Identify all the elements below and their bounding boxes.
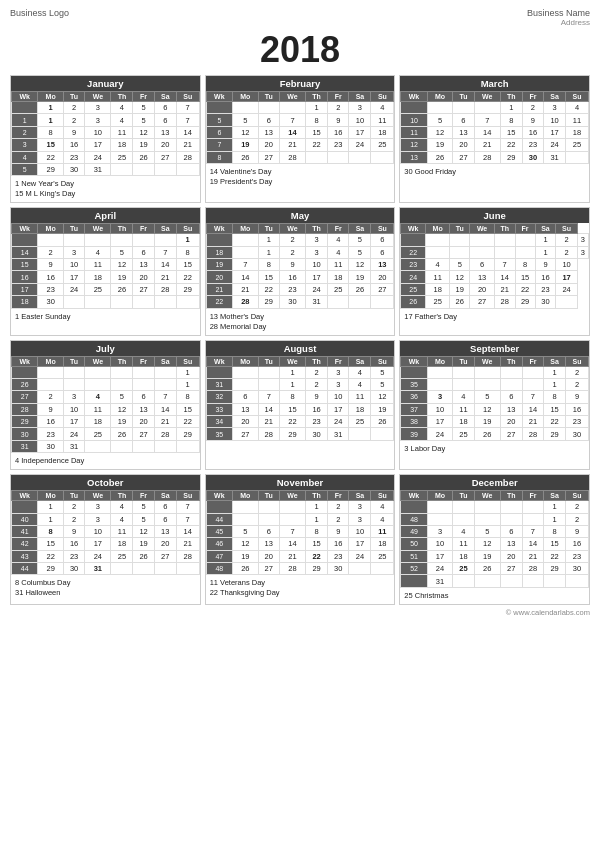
day-cell: 2 (306, 366, 328, 378)
day-cell: 27 (453, 151, 474, 163)
day-cell: 19 (371, 403, 394, 415)
day-cell: 29 (38, 563, 64, 575)
day-cell (111, 234, 133, 246)
day-cell (133, 378, 154, 390)
day-cell: 3 (544, 102, 566, 114)
day-cell: 31 (85, 563, 111, 575)
day-cell: 22 (306, 550, 328, 562)
day-cell: 21 (258, 416, 279, 428)
day-cell: 11 (111, 525, 133, 537)
month-block-march: MarchWkMoTuWeThFrSaSu1234105678910111112… (399, 75, 590, 203)
day-cell: 12 (111, 403, 133, 415)
col-header-we: We (85, 491, 111, 501)
day-cell: 15 (279, 403, 305, 415)
day-cell: 6 (371, 246, 394, 258)
day-cell: 4 (349, 366, 371, 378)
day-cell: 4 (426, 259, 450, 271)
col-header-th: Th (111, 356, 133, 366)
col-header-su: Su (176, 92, 199, 102)
day-cell: 19 (427, 139, 453, 151)
day-cell: 10 (306, 259, 328, 271)
month-title: December (400, 475, 589, 490)
day-cell (111, 296, 133, 308)
day-cell: 26 (474, 563, 500, 575)
day-cell: 2 (522, 102, 543, 114)
day-cell: 25 (349, 416, 371, 428)
day-cell: 5 (371, 366, 394, 378)
cal-row: 3112345 (206, 378, 394, 390)
day-cell: 1 (544, 501, 566, 513)
day-cell: 18 (111, 139, 133, 151)
day-cell: 11 (566, 114, 589, 126)
cal-row: 1830 (12, 296, 200, 308)
day-cell: 19 (133, 139, 154, 151)
day-cell: 14 (474, 126, 500, 138)
holiday-item: 4 Independence Day (15, 456, 196, 465)
col-header-sa: Sa (535, 224, 556, 234)
col-header-we: We (474, 92, 500, 102)
cal-row: 10567891011 (401, 114, 589, 126)
cal-row: 401234567 (12, 513, 200, 525)
day-cell: 12 (450, 271, 470, 283)
col-header-su: Su (566, 92, 589, 102)
day-cell (426, 234, 450, 246)
day-cell: 27 (500, 563, 522, 575)
week-num (12, 102, 38, 114)
day-cell (453, 378, 474, 390)
day-cell: 5 (233, 114, 259, 126)
holiday-item: 14 Valentine's Day (210, 167, 391, 176)
day-cell: 9 (38, 403, 64, 415)
col-header-su: Su (176, 491, 199, 501)
day-cell: 6 (371, 234, 394, 246)
day-cell: 31 (85, 163, 111, 175)
day-cell: 4 (111, 513, 133, 525)
col-header-mo: Mo (38, 356, 64, 366)
day-cell (63, 234, 84, 246)
day-cell: 22 (279, 416, 305, 428)
day-cell: 6 (453, 114, 474, 126)
day-cell: 20 (371, 271, 394, 283)
day-cell (176, 296, 199, 308)
col-header-mo: Mo (233, 491, 259, 501)
day-cell (474, 501, 500, 513)
col-header-we: We (279, 491, 305, 501)
day-cell (427, 513, 453, 525)
day-cell (427, 102, 453, 114)
col-header-tu: Tu (63, 224, 84, 234)
day-cell: 11 (453, 403, 474, 415)
day-cell: 22 (38, 550, 64, 562)
col-header-we: We (279, 356, 305, 366)
col-header-tu: Tu (258, 491, 279, 501)
day-cell: 3 (328, 366, 349, 378)
day-cell: 15 (258, 271, 279, 283)
day-cell (474, 513, 500, 525)
day-cell: 2 (328, 501, 349, 513)
week-num: 36 (401, 391, 427, 403)
col-header-wk: Wk (12, 491, 38, 501)
day-cell: 12 (474, 403, 500, 415)
week-num: 34 (206, 416, 232, 428)
month-table: WkMoTuWeThFrSaSu123444123445567891011461… (206, 490, 395, 575)
day-cell: 14 (233, 271, 259, 283)
cal-row: 5224252627282930 (401, 563, 589, 575)
day-cell: 18 (85, 271, 111, 283)
week-num: 39 (401, 428, 427, 440)
day-cell (233, 501, 259, 513)
holidays-section: 13 Mother's Day28 Memorial Day (206, 309, 395, 335)
day-cell: 1 (544, 378, 566, 390)
day-cell (470, 234, 495, 246)
day-cell: 3 (85, 501, 111, 513)
day-cell: 2 (566, 501, 589, 513)
day-cell: 22 (544, 416, 566, 428)
day-cell (453, 366, 474, 378)
cal-row: 1234 (401, 102, 589, 114)
week-num: 47 (206, 550, 232, 562)
day-cell: 22 (38, 151, 64, 163)
day-cell (233, 234, 259, 246)
day-cell: 24 (544, 139, 566, 151)
day-cell (371, 296, 394, 308)
day-cell: 21 (176, 538, 199, 550)
cal-row: 4215161718192021 (12, 538, 200, 550)
week-num: 33 (206, 403, 232, 415)
week-num (12, 501, 38, 513)
